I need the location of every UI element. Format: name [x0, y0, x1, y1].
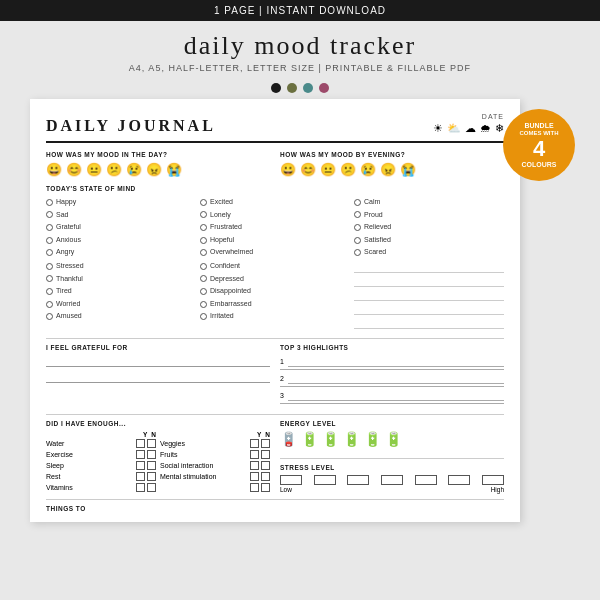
journal-header: DAILY JOURNAL DATE ☀ ⛅ ☁ 🌧 ❄ [46, 113, 504, 143]
highlight-1-field[interactable] [288, 357, 504, 367]
dot-mauve [319, 83, 329, 93]
radio-excited[interactable] [200, 199, 207, 206]
radio-depressed[interactable] [200, 275, 207, 282]
grateful-field-1[interactable] [46, 355, 270, 367]
stress-box-5[interactable] [415, 475, 437, 485]
radio-anxious[interactable] [46, 237, 53, 244]
yn-y-0-left[interactable] [136, 439, 145, 448]
yn-y-1-left[interactable] [136, 450, 145, 459]
radio-scared[interactable] [354, 249, 361, 256]
state-relieved: Relieved [354, 221, 504, 234]
emoji-4[interactable]: 😕 [106, 162, 122, 177]
yn-y-4-left[interactable] [136, 483, 145, 492]
yn-y-0-right[interactable] [250, 439, 259, 448]
mood-evening-emojis: 😀 😊 😐 😕 😢 😠 😭 [280, 162, 504, 177]
radio-lonely[interactable] [200, 211, 207, 218]
battery-1[interactable]: 🔋 [301, 431, 318, 447]
state-lonely: Lonely [200, 209, 350, 222]
yn-n-0-right[interactable] [261, 439, 270, 448]
radio-relieved[interactable] [354, 224, 361, 231]
yn-n-4-left[interactable] [147, 483, 156, 492]
radio-thankful[interactable] [46, 275, 53, 282]
radio-angry[interactable] [46, 249, 53, 256]
battery-5[interactable]: 🔋 [385, 431, 402, 447]
stress-box-2[interactable] [314, 475, 336, 485]
radio-disappointed[interactable] [200, 288, 207, 295]
eve-emoji-4[interactable]: 😕 [340, 162, 356, 177]
radio-proud[interactable] [354, 211, 361, 218]
eve-emoji-5[interactable]: 😢 [360, 162, 376, 177]
radio-hopeful[interactable] [200, 237, 207, 244]
yn-y-1-right[interactable] [250, 450, 259, 459]
yn-n-4-right[interactable] [261, 483, 270, 492]
highlight-3-field[interactable] [288, 391, 504, 401]
radio-amused[interactable] [46, 313, 53, 320]
emoji-6[interactable]: 😠 [146, 162, 162, 177]
stress-box-7[interactable] [482, 475, 504, 485]
state-overwhelmed: Overwhelmed [200, 246, 350, 259]
yn-n-2-left[interactable] [147, 461, 156, 470]
highlights-label: TOP 3 HIGHLIGHTS [280, 344, 504, 351]
mood-day-emojis: 😀 😊 😐 😕 😢 😠 😭 [46, 162, 270, 177]
grateful-field-2[interactable] [46, 371, 270, 383]
yn-n-1-left[interactable] [147, 450, 156, 459]
emoji-5[interactable]: 😢 [126, 162, 142, 177]
eve-emoji-2[interactable]: 😊 [300, 162, 316, 177]
stress-box-1[interactable] [280, 475, 302, 485]
highlight-1: 1 [280, 355, 504, 370]
state-col-5: Confident Depressed Disappointed Embarra… [200, 260, 350, 330]
dot-black [271, 83, 281, 93]
eve-emoji-3[interactable]: 😐 [320, 162, 336, 177]
emoji-1[interactable]: 😀 [46, 162, 62, 177]
highlight-2-field[interactable] [288, 374, 504, 384]
dot-teal [303, 83, 313, 93]
radio-stressed[interactable] [46, 263, 53, 270]
subtitle: A4, A5, HALF-LETTER, LETTER SIZE | PRINT… [129, 63, 471, 73]
stress-box-3[interactable] [347, 475, 369, 485]
eve-emoji-7[interactable]: 😭 [400, 162, 416, 177]
radio-confident[interactable] [200, 263, 207, 270]
stress-box-6[interactable] [448, 475, 470, 485]
state-disappointed: Disappointed [200, 285, 350, 298]
radio-tired[interactable] [46, 288, 53, 295]
state-scared: Scared [354, 246, 504, 259]
enough-right-row-4 [160, 483, 270, 492]
highlight-3: 3 [280, 389, 504, 404]
yn-n-3-left[interactable] [147, 472, 156, 481]
yn-y-2-left[interactable] [136, 461, 145, 470]
state-thankful: Thankful [46, 273, 196, 286]
radio-happy[interactable] [46, 199, 53, 206]
battery-2[interactable]: 🔋 [322, 431, 339, 447]
radio-calm[interactable] [354, 199, 361, 206]
battery-0[interactable]: 🪫 [280, 431, 297, 447]
radio-satisfied[interactable] [354, 237, 361, 244]
yn-y-4-right[interactable] [250, 483, 259, 492]
battery-3[interactable]: 🔋 [343, 431, 360, 447]
state-worried: Worried [46, 298, 196, 311]
radio-frustrated[interactable] [200, 224, 207, 231]
radio-sad[interactable] [46, 211, 53, 218]
emoji-7[interactable]: 😭 [166, 162, 182, 177]
radio-overwhelmed[interactable] [200, 249, 207, 256]
radio-worried[interactable] [46, 301, 53, 308]
yn-n-0-left[interactable] [147, 439, 156, 448]
yn-y-2-right[interactable] [250, 461, 259, 470]
eve-emoji-6[interactable]: 😠 [380, 162, 396, 177]
stress-bar [280, 475, 504, 485]
battery-4[interactable]: 🔋 [364, 431, 381, 447]
yn-n-2-right[interactable] [261, 461, 270, 470]
state-happy: Happy [46, 196, 196, 209]
bundle-number: 4 [533, 138, 545, 160]
emoji-3[interactable]: 😐 [86, 162, 102, 177]
eve-emoji-1[interactable]: 😀 [280, 162, 296, 177]
emoji-2[interactable]: 😊 [66, 162, 82, 177]
radio-grateful[interactable] [46, 224, 53, 231]
stress-box-4[interactable] [381, 475, 403, 485]
yn-n-1-right[interactable] [261, 450, 270, 459]
radio-embarrassed[interactable] [200, 301, 207, 308]
state-depressed: Depressed [200, 273, 350, 286]
yn-y-3-right[interactable] [250, 472, 259, 481]
yn-y-3-left[interactable] [136, 472, 145, 481]
radio-irritated[interactable] [200, 313, 207, 320]
yn-n-3-right[interactable] [261, 472, 270, 481]
